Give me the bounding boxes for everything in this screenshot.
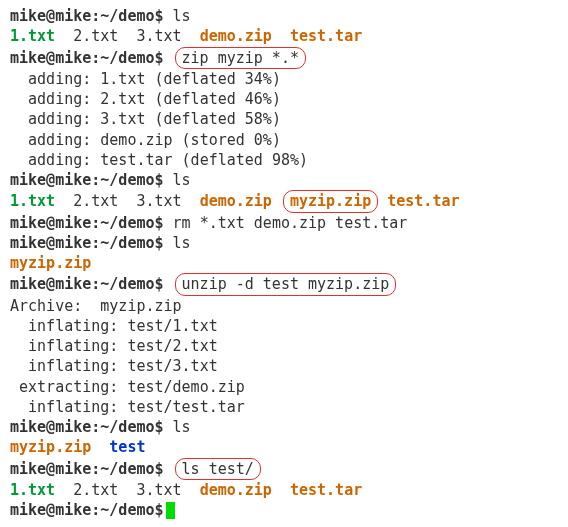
highlighted-myzip: myzip.zip <box>283 190 378 212</box>
terminal-line: mike@mike:~/demo$ rm *.txt demo.zip test… <box>10 213 558 233</box>
unzip-output: inflating: test/3.txt <box>10 356 558 376</box>
ls-output: myzip.zip test <box>10 437 558 457</box>
ls-output: 1.txt 2.txt 3.txt demo.zip myzip.zip tes… <box>10 190 558 212</box>
terminal-line: mike@mike:~/demo$ ls <box>10 417 558 437</box>
unzip-output: inflating: test/test.tar <box>10 397 558 417</box>
prompt: mike@mike:~/demo$ <box>10 234 164 252</box>
file-txt: 1.txt <box>10 27 55 45</box>
dir: test <box>109 438 145 456</box>
cursor-icon <box>166 502 175 519</box>
terminal-line: mike@mike:~/demo$ ls test/ <box>10 458 558 480</box>
unzip-output: inflating: test/1.txt <box>10 316 558 336</box>
file-tar: test.tar <box>290 481 362 499</box>
zip-output: adding: test.tar (deflated 98%) <box>10 150 558 170</box>
unzip-output: Archive: myzip.zip <box>10 296 558 316</box>
unzip-output: inflating: test/2.txt <box>10 336 558 356</box>
file-zip: myzip.zip <box>10 254 91 272</box>
prompt: mike@mike:~/demo$ <box>10 460 164 478</box>
zip-output: adding: 1.txt (deflated 34%) <box>10 69 558 89</box>
zip-output: adding: 3.txt (deflated 58%) <box>10 109 558 129</box>
prompt: mike@mike:~/demo$ <box>10 171 164 189</box>
highlighted-cmd-unzip: unzip -d test myzip.zip <box>175 273 397 295</box>
prompt: mike@mike:~/demo$ <box>10 501 164 519</box>
file-zip: demo.zip <box>200 27 272 45</box>
file-zip: myzip.zip <box>10 438 91 456</box>
highlighted-cmd-zip: zip myzip *.* <box>175 47 306 69</box>
file-tar: test.tar <box>290 27 362 45</box>
terminal-line: mike@mike:~/demo$ zip myzip *.* <box>10 47 558 69</box>
terminal-line: mike@mike:~/demo$ ls <box>10 6 558 26</box>
terminal-line: mike@mike:~/demo$ ls <box>10 233 558 253</box>
file-txt: 2.txt <box>73 192 118 210</box>
prompt: mike@mike:~/demo$ <box>10 214 164 232</box>
file-txt: 1.txt <box>10 481 55 499</box>
file-zip: myzip.zip <box>290 192 371 210</box>
cmd-ls: ls <box>173 7 191 25</box>
unzip-output: extracting: test/demo.zip <box>10 377 558 397</box>
prompt: mike@mike:~/demo$ <box>10 49 164 67</box>
cmd-ls: ls <box>173 418 191 436</box>
file-txt: 3.txt <box>136 27 181 45</box>
file-zip: demo.zip <box>200 192 272 210</box>
file-tar: test.tar <box>387 192 459 210</box>
ls-output: myzip.zip <box>10 253 558 273</box>
prompt: mike@mike:~/demo$ <box>10 418 164 436</box>
file-txt: 2.txt <box>73 27 118 45</box>
terminal-line: mike@mike:~/demo$ unzip -d test myzip.zi… <box>10 273 558 295</box>
ls-output: 1.txt 2.txt 3.txt demo.zip test.tar <box>10 26 558 46</box>
highlighted-cmd-ls-test: ls test/ <box>175 458 261 480</box>
zip-output: adding: demo.zip (stored 0%) <box>10 130 558 150</box>
file-txt: 1.txt <box>10 192 55 210</box>
file-txt: 3.txt <box>136 192 181 210</box>
prompt: mike@mike:~/demo$ <box>10 7 164 25</box>
file-txt: 2.txt <box>73 481 118 499</box>
cmd-ls: ls <box>173 234 191 252</box>
file-txt: 3.txt <box>136 481 181 499</box>
terminal-line: mike@mike:~/demo$ ls <box>10 170 558 190</box>
zip-output: adding: 2.txt (deflated 46%) <box>10 89 558 109</box>
prompt: mike@mike:~/demo$ <box>10 275 164 293</box>
ls-output: 1.txt 2.txt 3.txt demo.zip test.tar <box>10 480 558 500</box>
cmd-ls: ls <box>173 171 191 189</box>
terminal-line[interactable]: mike@mike:~/demo$ <box>10 500 558 520</box>
file-zip: demo.zip <box>200 481 272 499</box>
cmd-rm: rm *.txt demo.zip test.tar <box>173 214 408 232</box>
